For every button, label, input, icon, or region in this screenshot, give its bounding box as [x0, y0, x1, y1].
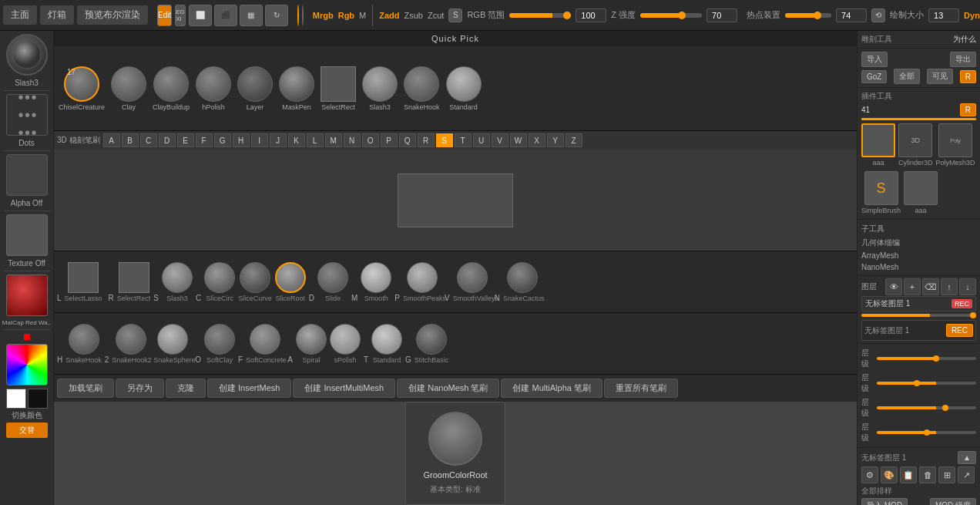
z-intensity-slider[interactable] — [640, 13, 702, 18]
create-nanomesh-btn[interactable]: 创建 NanoMesh 笔刷 — [397, 379, 499, 398]
brush2-selectlasso[interactable]: SelectLasso — [65, 262, 102, 302]
softclay-circle[interactable] — [204, 324, 235, 355]
m-label[interactable]: M — [359, 11, 366, 20]
icon-copy[interactable]: 📋 — [900, 466, 917, 483]
alpha-A[interactable]: A — [103, 133, 120, 147]
edit2-button[interactable]: EG XI — [175, 5, 186, 26]
brush2-slash3[interactable]: Slash3 — [162, 262, 193, 302]
dots-preview[interactable]: • • •• • •• • • — [6, 94, 48, 136]
slash3-item[interactable] — [6, 34, 48, 76]
alpha-C[interactable]: C — [140, 133, 157, 147]
icon-export2[interactable]: ↗ — [958, 466, 975, 483]
layer1-rec[interactable]: REC — [951, 299, 972, 308]
brush-layer[interactable]: Layer — [237, 66, 273, 111]
slicecirc-circle[interactable] — [204, 262, 235, 293]
layer-panel-rec[interactable]: REC — [946, 324, 973, 337]
tab-lightbox[interactable]: 灯箱 — [40, 5, 74, 25]
layer-circle[interactable] — [237, 66, 273, 102]
selectrect-rect[interactable] — [321, 66, 356, 102]
slider4[interactable] — [877, 431, 976, 434]
brush2b-stitchbasic[interactable]: StitchBasic — [414, 324, 449, 364]
brush2-slicecurve[interactable]: SliceCurve — [238, 262, 272, 302]
slash3-circle2[interactable] — [162, 262, 193, 293]
alpha-B[interactable]: B — [122, 133, 139, 147]
snakecactus-circle[interactable] — [507, 262, 538, 293]
brush2-smoothvalleys[interactable]: SmoothValleys — [453, 262, 492, 302]
matcap-preview[interactable] — [6, 274, 48, 316]
alpha-U[interactable]: U — [473, 133, 490, 147]
brush2b-standard[interactable]: Standard — [371, 324, 402, 364]
smoothvalleys-circle[interactable] — [457, 262, 488, 293]
rgb-label[interactable]: Rgb — [338, 11, 354, 20]
brush-clay[interactable]: Clay — [111, 66, 146, 111]
layers-title[interactable]: 图层 — [861, 280, 877, 294]
alpha-T[interactable]: T — [455, 133, 472, 147]
maskpen-circle[interactable] — [279, 66, 314, 102]
thumb-cylinder[interactable]: 3D — [898, 123, 932, 157]
canvas-area[interactable] — [54, 150, 857, 251]
brush2b-softclay[interactable]: SoftClay — [204, 324, 235, 364]
import-mod-btn[interactable]: 导入 MOD — [861, 498, 908, 505]
snakehook-circle[interactable] — [404, 66, 439, 102]
alpha-Z[interactable]: Z — [566, 133, 582, 147]
brush-standard[interactable]: Standard — [446, 66, 482, 111]
rgb-range-slider[interactable] — [509, 13, 571, 18]
alpha-H[interactable]: H — [233, 133, 250, 147]
alpha-N[interactable]: N — [344, 133, 361, 147]
brush-chiselcreature[interactable]: 17 ChiselCreature — [59, 66, 105, 111]
layer-up2-btn[interactable]: ▲ — [958, 451, 976, 464]
slicecurve-circle[interactable] — [240, 262, 270, 293]
alpha-I[interactable]: I — [251, 133, 268, 147]
alpha-G[interactable]: G — [214, 133, 231, 147]
clone-btn[interactable]: 克隆 — [166, 379, 206, 398]
alpha-L[interactable]: L — [307, 133, 324, 147]
mod-level-btn[interactable]: MOD 级度 — [930, 498, 976, 505]
swatch-white[interactable] — [6, 389, 26, 409]
visible-btn[interactable]: 可见 — [927, 69, 953, 84]
save-as-btn[interactable]: 另存为 — [116, 379, 164, 398]
tab-preview[interactable]: 预览布尔渲染 — [77, 5, 148, 25]
alpha-S[interactable]: S — [436, 133, 453, 147]
spiral-circle[interactable] — [296, 324, 327, 355]
snakehook2-circle[interactable] — [69, 324, 99, 355]
alpha-R[interactable]: R — [418, 133, 435, 147]
layer-del-icon[interactable]: ⌫ — [922, 278, 939, 295]
color-picker[interactable] — [6, 344, 48, 385]
nanomesh-title[interactable]: NanoMesh — [861, 261, 976, 273]
standard-circle[interactable] — [446, 66, 482, 102]
brush2-smoothpeaks[interactable]: SmoothPeaks — [403, 262, 441, 302]
layer1-slider[interactable] — [861, 314, 976, 317]
goz-btn[interactable]: GoZ — [861, 70, 887, 83]
r-btn[interactable]: R — [960, 70, 976, 83]
snakehook22-circle[interactable] — [116, 324, 146, 355]
layer-eye-icon[interactable]: 👁 — [885, 278, 902, 295]
alpha-Y[interactable]: Y — [547, 133, 564, 147]
create-insertmultimesh-btn[interactable]: 创建 InsertMultiMesh — [293, 379, 395, 398]
claybuildup-circle[interactable] — [153, 66, 189, 102]
hotpoint-reset[interactable]: ⟲ — [871, 8, 885, 22]
slider1[interactable] — [877, 357, 976, 360]
brush2-slide[interactable]: Slide — [317, 262, 348, 302]
mrgb-label[interactable]: Mrgb — [313, 11, 334, 20]
hotpoint-slider[interactable] — [785, 13, 831, 18]
slash3-preview[interactable] — [6, 34, 48, 76]
swatch-black[interactable] — [28, 389, 48, 409]
smoothpeaks-circle[interactable] — [407, 262, 438, 293]
alpha-preview[interactable] — [6, 154, 48, 196]
selectrect2-rect[interactable] — [119, 262, 149, 293]
alpha-M[interactable]: M — [325, 133, 342, 147]
alpha-V[interactable]: V — [492, 133, 508, 147]
brush2-snakecactus[interactable]: SnakeCactus — [503, 262, 542, 302]
icon-settings[interactable]: ⚙ — [861, 466, 878, 483]
brush-slash3[interactable]: Slash3 — [362, 66, 398, 111]
geom-title[interactable]: 几何体细编 — [861, 236, 976, 250]
export-btn[interactable]: 导出 — [950, 52, 976, 67]
sphere-button[interactable] — [297, 5, 299, 26]
icon-delete[interactable]: 🗑 — [919, 466, 936, 483]
create-insertmesh-btn[interactable]: 创建 InsertMesh — [207, 379, 291, 398]
brush-selectrect[interactable]: SelectRect — [321, 66, 356, 111]
softconcrete-circle[interactable] — [250, 324, 280, 355]
alpha-D[interactable]: D — [159, 133, 176, 147]
spolish-circle[interactable] — [330, 324, 361, 355]
hpolish-circle[interactable] — [196, 66, 231, 102]
